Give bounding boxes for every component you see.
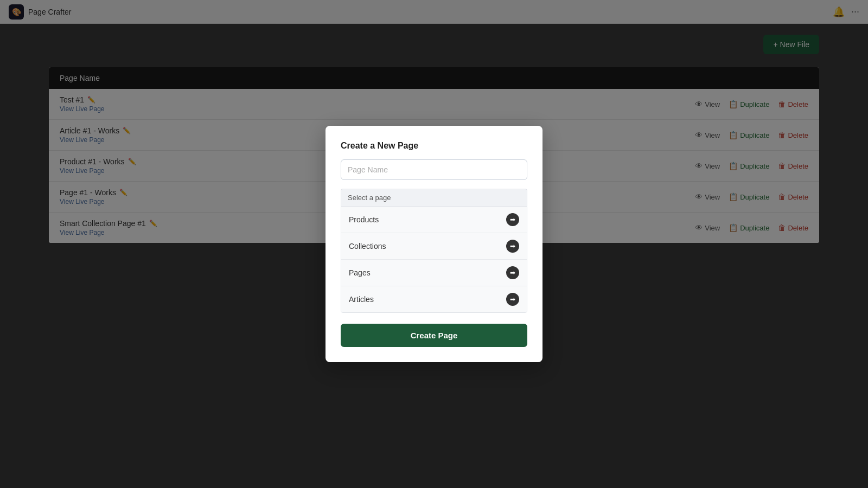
modal-overlay[interactable]: Create a New Page Select a page Products…: [0, 0, 868, 488]
page-option-collections[interactable]: Collections ➡: [341, 233, 527, 260]
arrow-icon: ➡: [506, 293, 519, 306]
page-option-articles[interactable]: Articles ➡: [341, 286, 527, 312]
create-page-button[interactable]: Create Page: [341, 324, 527, 347]
arrow-icon: ➡: [506, 213, 519, 226]
page-option-pages[interactable]: Pages ➡: [341, 260, 527, 286]
page-options-list: Products ➡ Collections ➡ Pages ➡ Article…: [341, 206, 527, 313]
create-page-modal: Create a New Page Select a page Products…: [326, 126, 542, 362]
select-page-label: Select a page: [341, 189, 527, 206]
arrow-icon: ➡: [506, 240, 519, 253]
modal-title: Create a New Page: [341, 141, 527, 151]
page-name-input[interactable]: [341, 159, 527, 180]
arrow-icon: ➡: [506, 266, 519, 279]
page-option-products[interactable]: Products ➡: [341, 207, 527, 233]
